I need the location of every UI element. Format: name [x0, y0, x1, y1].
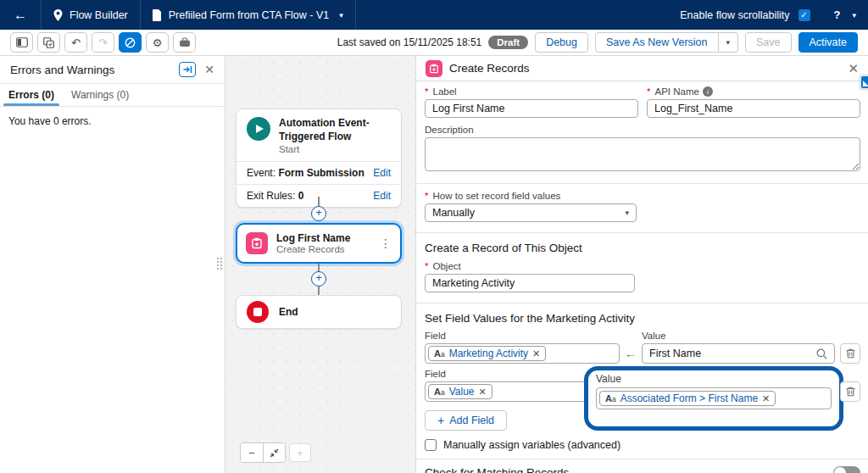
- tab-errors[interactable]: Errors (0): [0, 84, 63, 106]
- node-menu-button[interactable]: ⋮: [380, 236, 392, 250]
- assign-variables-checkbox[interactable]: [425, 439, 437, 451]
- edit-event-link[interactable]: Edit: [373, 167, 391, 179]
- settings-button[interactable]: ⚙: [146, 32, 169, 53]
- remove-pill-icon[interactable]: ✕: [532, 348, 540, 359]
- start-flow-icon: [247, 117, 270, 141]
- zoom-in-button[interactable]: +: [289, 443, 311, 462]
- location-pin-icon: [53, 9, 63, 21]
- errors-warnings-panel: Errors and Warnings ✕ Errors (0) Warning…: [0, 56, 225, 473]
- field-pill[interactable]: Aa Marketing Activity ✕: [428, 346, 546, 361]
- flow-canvas[interactable]: Automation Event-Triggered Flow Start Ev…: [225, 56, 415, 473]
- add-element-button[interactable]: +: [311, 206, 326, 221]
- toolbox-button[interactable]: [173, 32, 196, 53]
- description-textarea[interactable]: [425, 137, 860, 171]
- remove-pill-icon[interactable]: ✕: [479, 387, 487, 398]
- save-options-dropdown-button[interactable]: ▾: [719, 32, 739, 53]
- toggle-panel-button[interactable]: [10, 32, 33, 53]
- activate-button[interactable]: Activate: [798, 32, 858, 53]
- required-asterisk: *: [425, 86, 428, 97]
- assign-arrow-icon: ←: [620, 347, 642, 360]
- search-icon[interactable]: [816, 348, 827, 359]
- redo-button[interactable]: ↷: [92, 32, 114, 53]
- node-title: Log First Name: [276, 232, 350, 244]
- event-label: Event:: [247, 167, 275, 179]
- section-matching-heading: Check for Matching Records: [425, 466, 569, 473]
- save-as-new-version-button[interactable]: Save As New Version: [595, 32, 719, 53]
- value-input-row2[interactable]: Aa Associated Form > First Name ✕: [596, 387, 832, 409]
- flow-title-segment[interactable]: Prefiiled Form from CTA Flow - V1 ▾: [141, 0, 356, 30]
- chevron-down-icon[interactable]: ▾: [339, 11, 343, 19]
- close-icon[interactable]: ✕: [848, 61, 859, 76]
- add-element-button[interactable]: +: [311, 271, 326, 287]
- toolbar: ↶ ↷ ⚙ Last saved on 15/11/2025 18:51 Dra…: [0, 30, 868, 56]
- required-asterisk: *: [647, 86, 650, 97]
- add-field-button[interactable]: + Add Field: [425, 410, 507, 431]
- chevron-down-icon: ▾: [726, 38, 731, 47]
- end-node-label: End: [279, 306, 298, 318]
- label-input[interactable]: Log First Name: [425, 99, 638, 118]
- value-column-label: Value: [596, 373, 832, 385]
- close-icon[interactable]: ✕: [204, 63, 214, 76]
- remove-pill-icon[interactable]: ✕: [762, 393, 770, 404]
- value-text: First Name: [649, 348, 701, 359]
- how-to-set-select[interactable]: Manually ▾: [425, 203, 637, 222]
- event-value: Form Submission: [278, 167, 364, 179]
- add-field-label: Add Field: [449, 415, 494, 426]
- trash-icon: [846, 348, 855, 359]
- help-button[interactable]: ?: [834, 8, 841, 21]
- undo-button[interactable]: ↶: [64, 32, 87, 53]
- end-node[interactable]: End: [236, 295, 402, 329]
- start-node-event-row: Event: Form Submission Edit: [236, 161, 401, 184]
- value-column-label: Value: [642, 331, 835, 341]
- field-pill-label: Marketing Activity: [449, 348, 528, 359]
- last-saved-text: Last saved on 15/11/2025 18:51: [337, 36, 482, 48]
- back-arrow-icon: ←: [14, 8, 27, 22]
- exit-rules-value: 0: [298, 190, 304, 202]
- section-create-record-heading: Create a Record of This Object: [425, 242, 860, 254]
- debug-button[interactable]: Debug: [535, 32, 588, 53]
- value-pill-label: Associated Form > First Name: [620, 392, 758, 404]
- errors-panel-title: Errors and Warnings: [10, 64, 179, 76]
- start-node[interactable]: Automation Event-Triggered Flow Start Ev…: [236, 109, 402, 208]
- flow-title: Prefiiled Form from CTA Flow - V1: [169, 9, 329, 21]
- value-pill[interactable]: Aa Associated Form > First Name ✕: [599, 391, 776, 406]
- zoom-controls: − +: [240, 442, 311, 463]
- divider: [416, 232, 868, 233]
- object-input[interactable]: Marketing Activity: [425, 274, 635, 292]
- end-icon: [247, 301, 269, 323]
- highlighted-value-field: Value Aa Associated Form > First Name ✕: [584, 366, 843, 431]
- scroll-indicator-fragment[interactable]: [860, 75, 868, 90]
- matching-records-toggle[interactable]: [833, 466, 860, 473]
- node-subtitle: Create Records: [276, 244, 350, 254]
- delete-row-button[interactable]: [840, 343, 860, 364]
- inspector-header: Create Records ✕: [416, 56, 868, 81]
- edit-exit-rules-link[interactable]: Edit: [373, 190, 391, 202]
- create-records-icon: [246, 232, 268, 254]
- help-chevron-icon[interactable]: ▾: [852, 11, 856, 19]
- copy-elements-button[interactable]: [37, 32, 60, 53]
- status-badge: Draft: [488, 36, 528, 49]
- back-button[interactable]: ←: [0, 0, 42, 30]
- field-pill-label: Value: [449, 386, 475, 398]
- panel-resize-handle[interactable]: [217, 258, 223, 270]
- create-records-node[interactable]: Log First Name Create Records ⋮: [236, 223, 402, 264]
- info-icon[interactable]: i: [703, 86, 713, 97]
- delete-row-button[interactable]: [840, 381, 860, 402]
- zoom-out-button[interactable]: −: [241, 443, 263, 462]
- field-pill[interactable]: Aa Value ✕: [428, 384, 492, 399]
- errors-empty-message: You have 0 errors.: [0, 107, 225, 136]
- tab-warnings[interactable]: Warnings (0): [63, 84, 137, 106]
- panel-toggle-icon: [16, 37, 28, 47]
- save-button[interactable]: Save: [745, 32, 792, 53]
- select-mode-button[interactable]: [119, 32, 142, 53]
- plus-icon: +: [437, 414, 444, 427]
- document-icon: [153, 9, 162, 21]
- toolbar-right: Last saved on 15/11/2025 18:51 Draft Deb…: [337, 32, 858, 53]
- scrollability-checkbox[interactable]: ✓: [798, 9, 810, 21]
- fit-view-button[interactable]: [263, 443, 285, 462]
- api-name-input[interactable]: Log_First_Name: [647, 99, 860, 118]
- dock-panel-button[interactable]: [179, 62, 196, 77]
- field-input-row1[interactable]: Aa Marketing Activity ✕: [425, 343, 620, 364]
- top-nav: ← Flow Builder Prefiiled Form from CTA F…: [0, 0, 868, 30]
- value-input-row1[interactable]: First Name: [642, 343, 835, 364]
